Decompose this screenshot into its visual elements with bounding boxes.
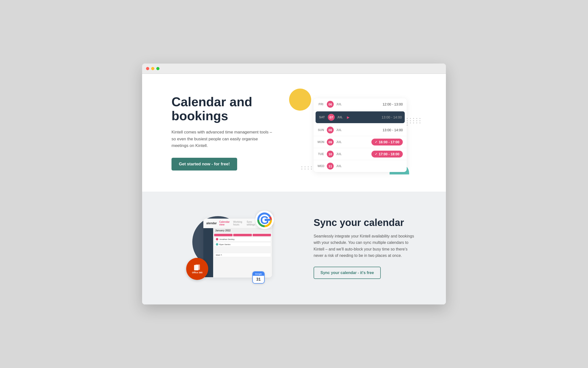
sync-title: Sync your calendar: [314, 217, 416, 228]
gcal-header: Google: [253, 272, 264, 276]
day-fri: FRI: [318, 103, 324, 106]
sync-calendar-button[interactable]: Sync your calendar - it's free: [314, 267, 381, 279]
google-calendar-logo: Google 31: [252, 271, 265, 284]
date-10: 10: [327, 151, 334, 158]
month-jul-2: JUL: [337, 116, 344, 119]
month-jul-4: JUL: [336, 140, 343, 144]
event-avatar-1: [216, 238, 218, 240]
tab-working-hours[interactable]: Working hours: [233, 221, 244, 226]
day-sun: SUN: [318, 128, 324, 132]
browser-chrome: [142, 64, 446, 74]
day-mon: MON: [318, 140, 324, 144]
time-slot-mon-selected[interactable]: ✓ 16:00 - 17:00: [371, 139, 403, 145]
section-top-right: FRI 06 JUL 12:00 - 13:00 SAT 07 JUL ▶ 13…: [289, 93, 416, 172]
calendar-row-sun: SUN 08 JUL 13:00 - 14:00: [314, 124, 407, 136]
calendar-app-title: alendar: [206, 222, 217, 225]
date-11: 11: [327, 163, 334, 170]
office-icon: [194, 264, 201, 271]
section-top-left: Calendar and bookings Kintell comes with…: [172, 95, 274, 171]
office365-label: Office 365: [192, 271, 202, 274]
arrow-right-icon: ▶: [347, 115, 350, 119]
check-icon-tue: ✓: [375, 152, 377, 156]
time-slot-fri: 12:00 - 13:00: [382, 102, 403, 106]
calendar-row-fri: FRI 06 JUL 12:00 - 13:00: [314, 98, 407, 110]
time-slot-sat: 13:00 - 14:00: [381, 115, 402, 119]
main-description: Kintell comes with advanced time managem…: [172, 129, 274, 149]
calendar-row-tue: TUE 10 JUL ✓ 17:00 - 18:00: [314, 148, 407, 160]
sync-description: Seamlessly integrate your Kintell availa…: [314, 233, 416, 259]
day-tue: TUE: [318, 152, 324, 156]
calendar-body: January 2022 Jonathan Dentley: [203, 228, 272, 277]
time-text-mon: 16:00 - 17:00: [379, 140, 399, 144]
date-09: 09: [327, 139, 334, 145]
google-logo: G: [255, 210, 274, 230]
gcal-header-text: Google: [255, 273, 262, 275]
date-07: 07: [328, 114, 335, 121]
apple-icon: [191, 213, 200, 222]
time-slot-tue-selected[interactable]: ✓ 17:00 - 18:00: [371, 151, 403, 158]
section-sync-calendar: alendar Calendar view Working hours Sync…: [142, 192, 446, 304]
day-wed: WED: [318, 164, 324, 168]
event-bar-pink-3: [253, 234, 271, 236]
browser-window: Calendar and bookings Kintell comes with…: [142, 64, 446, 304]
svg-rect-2: [265, 219, 270, 221]
traffic-light-fullscreen[interactable]: [156, 67, 159, 70]
event-bar-pink-1: [214, 234, 233, 236]
deco-yellow-circle: [289, 89, 311, 111]
section-calendar-bookings: Calendar and bookings Kintell comes with…: [142, 74, 446, 192]
page-content: Calendar and bookings Kintell comes with…: [142, 74, 446, 304]
month-jul-1: JUL: [336, 103, 343, 106]
day-sat: SAT: [318, 116, 325, 119]
time-text-tue: 17:00 - 18:00: [379, 152, 399, 156]
gcal-date-number: 31: [256, 277, 261, 282]
gcal-number-area: 31: [256, 276, 261, 283]
month-jul-6: JUL: [336, 164, 343, 168]
date-08: 08: [327, 127, 334, 133]
office365-logo: Office 365: [186, 258, 208, 280]
month-jul-5: JUL: [336, 152, 343, 156]
month-jul-3: JUL: [336, 128, 343, 132]
event-bar-row-1: [214, 234, 271, 236]
calendar-event-1: Jonathan Dentley: [214, 237, 271, 241]
check-icon-mon: ✓: [375, 140, 377, 144]
time-slot-sun: 13:00 - 14:00: [382, 128, 403, 132]
apple-logo: [190, 212, 201, 223]
event-text-2: Ryan Santos: [219, 243, 231, 246]
event-bar-pink-2: [233, 234, 252, 236]
calendar-main: January 2022 Jonathan Dentley: [213, 228, 272, 277]
calendar-row-wed: WED 11 JUL: [314, 160, 407, 172]
get-started-button[interactable]: Get started now - for free!: [172, 158, 237, 171]
svg-rect-4: [196, 264, 200, 270]
traffic-light-close[interactable]: [146, 67, 149, 70]
event-text-1: Jonathan Dentley: [219, 238, 234, 240]
calendar-spacer: [213, 247, 272, 252]
calendar-event-2: Ryan Santos: [214, 242, 271, 247]
calendar-row-sat: SAT 07 JUL ▶ 13:00 - 14:00: [316, 111, 405, 123]
main-title: Calendar and bookings: [172, 95, 274, 123]
event-avatar-2: [216, 243, 218, 246]
calendar-row-mon: MON 09 JUL ✓ 16:00 - 17:00: [314, 136, 407, 148]
calendar-event-3: Mark T.: [214, 253, 271, 257]
event-text-3: Mark T.: [216, 254, 222, 256]
calendar-mockup: alendar Calendar view Working hours Sync…: [189, 211, 277, 285]
tab-calendar-view[interactable]: Calendar view: [219, 221, 231, 226]
section-bottom-right: Sync your calendar Seamlessly integrate …: [314, 217, 416, 279]
calendar-widget: FRI 06 JUL 12:00 - 13:00 SAT 07 JUL ▶ 13…: [314, 98, 407, 172]
section-bottom-left: alendar Calendar view Working hours Sync…: [172, 211, 294, 285]
date-06: 06: [327, 101, 334, 108]
traffic-light-minimize[interactable]: [151, 67, 154, 70]
